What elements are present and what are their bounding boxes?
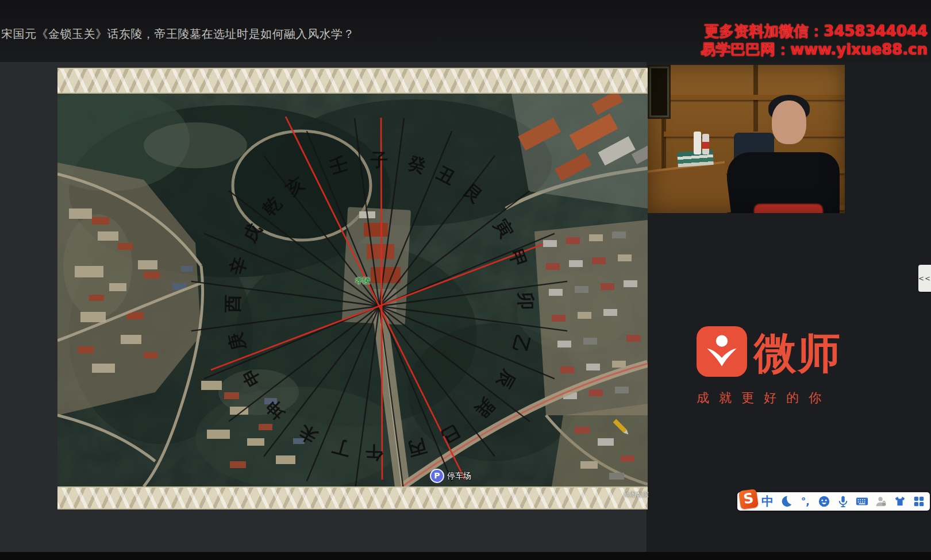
ornamental-border-top (57, 68, 648, 94)
compass-mountain-label: 辰 (493, 366, 520, 393)
account-button[interactable] (872, 493, 890, 509)
map-attribution: 地图数据 (624, 491, 649, 499)
compass-mountain-label: 巽 (471, 395, 498, 422)
promo-text: 更多资料加微信：3458344044 易学巴巴网：www.yixue88.cn (701, 22, 928, 59)
compass-mountain-label: 申 (237, 365, 264, 391)
compass-mountain-label: 酉 (222, 295, 243, 314)
vignette (648, 65, 845, 213)
compass-mountain-label: 乙 (509, 333, 533, 355)
punctuation-button[interactable]: °, (797, 493, 814, 509)
skin-shirt-button[interactable] (891, 493, 909, 509)
compass-mountain-label: 戌 (238, 220, 266, 246)
webinar-player: 宋国元《金锁玉关》话东陵，帝王陵墓在选址时是如何融入风水学？ 更多资料加微信：3… (0, 0, 931, 560)
voice-mic-button[interactable] (834, 493, 852, 509)
compass-mountain-label: 巳 (438, 421, 464, 448)
chinese-mode-button[interactable]: 中 (759, 493, 776, 509)
compass-mountain-label: 艮 (460, 180, 487, 208)
compass-mountain-label: 子 (370, 149, 388, 170)
weishi-brand: 微师 成就更好的你 (697, 326, 869, 407)
video-title: 宋国元《金锁玉关》话东陵，帝王陵墓在选址时是如何融入风水学？ (1, 26, 355, 42)
sidebar-collapse-handle[interactable]: << (918, 265, 931, 292)
compass-mountain-label: 庚 (225, 330, 249, 353)
compass-mountain-label: 未 (295, 421, 321, 448)
compass-mountain-label: 丙 (406, 435, 429, 460)
promo-website: 易学巴巴网：www.yixue88.cn (701, 40, 928, 59)
top-bar: 宋国元《金锁玉关》话东陵，帝王陵墓在选址时是如何融入风水学？ 更多资料加微信：3… (0, 0, 931, 62)
brand-slogan: 成就更好的你 (697, 389, 869, 407)
ime-toolbar[interactable]: S中°, (737, 492, 930, 511)
compass-mountain-label: 丁 (330, 435, 353, 460)
compass-mountain-label: 坤 (262, 396, 290, 424)
parking-label: 停车场 (447, 471, 471, 481)
presenter-webcam-video (648, 65, 845, 213)
map-label-xiaoling: 孝陵 (355, 276, 370, 286)
parking-icon: P (430, 469, 444, 483)
compass-mountain-label: 午 (365, 442, 384, 464)
promo-wechat: 更多资料加微信：3458344044 (701, 22, 928, 40)
fengshui-map-panel: 子癸丑艮寅甲卯乙辰巽巳丙午丁未坤申庚酉辛戌乾亥壬 孝陵 P 停车场 地图数据 (57, 68, 648, 509)
bottom-letterbox (0, 552, 931, 560)
ornamental-border-bottom (57, 486, 648, 509)
compass-mountain-label: 寅 (490, 215, 517, 241)
sogou-logo-button[interactable]: S (740, 493, 757, 509)
compass-mountain-label: 乾 (258, 192, 285, 219)
toolbox-grid-button[interactable] (910, 493, 928, 509)
emoji-button[interactable] (815, 493, 833, 509)
brand-name: 微师 (754, 327, 841, 378)
satellite-map: 子癸丑艮寅甲卯乙辰巽巳丙午丁未坤申庚酉辛戌乾亥壬 (57, 94, 648, 486)
compass-mountain-label: 辛 (226, 254, 251, 278)
compass-mountain-label: 亥 (282, 172, 309, 200)
half-moon-button[interactable] (778, 493, 795, 509)
map-label-parking: P 停车场 (430, 469, 471, 483)
soft-keyboard-button[interactable] (853, 493, 871, 509)
compass-overlay: 子癸丑艮寅甲卯乙辰巽巳丙午丁未坤申庚酉辛戌乾亥壬 (57, 94, 648, 486)
compass-mountain-label: 卯 (515, 291, 537, 310)
weishi-logo-icon (697, 326, 747, 379)
compass-mountain-label: 癸 (406, 152, 429, 177)
compass-mountain-label: 壬 (327, 153, 351, 177)
